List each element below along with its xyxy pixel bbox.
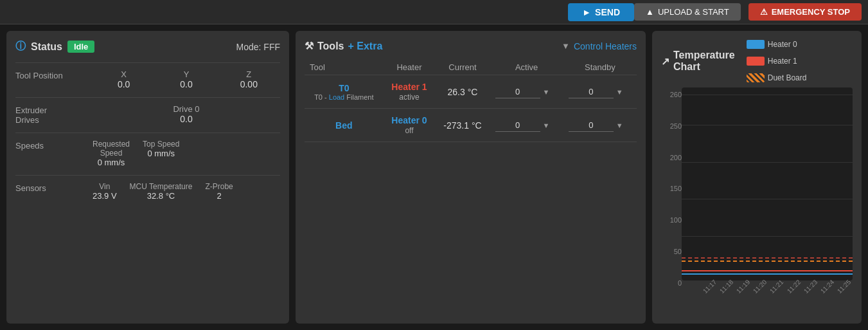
heater-name-1: Heater 0 — [389, 115, 430, 125]
zprobe-value: 2 — [205, 191, 233, 201]
req-speed-value: 0 mm/s — [93, 158, 130, 167]
legend-label-2: Duet Board — [768, 73, 807, 82]
info-icon: ⓘ — [15, 40, 26, 53]
tools-panel: ⚒ Tools + Extra ▼ Control Heaters Tool H… — [296, 31, 646, 324]
y-label-1: 250 — [661, 122, 682, 130]
tools-extra-button[interactable]: + Extra — [348, 41, 382, 52]
standby-input-0[interactable] — [569, 86, 614, 98]
chart-with-yaxis: 260250200150100500 — [661, 87, 853, 290]
chart-background — [682, 87, 853, 280]
standby-cell-1: ▼ — [563, 109, 637, 142]
active-input-1[interactable] — [495, 119, 540, 132]
y-axis-labels: 260250200150100500 — [661, 87, 682, 290]
chart-inner: 11:1711:1811:1911:2011:2111:2211:2311:24… — [682, 87, 853, 290]
z-value: 0.00 — [218, 79, 280, 89]
heater-status-1: off — [405, 126, 413, 135]
control-heaters-button[interactable]: Control Heaters — [574, 41, 637, 51]
extruder-drives-row: Extruder Drives Drive 0 0.0 — [15, 104, 280, 125]
load-filament-link[interactable]: Load — [329, 93, 344, 101]
chart-legend: Heater 0Heater 1Duet Board — [747, 40, 853, 82]
standby-input-1[interactable] — [569, 119, 614, 132]
col-active-header: Active — [490, 60, 563, 75]
wrench-icon: ⚒ — [305, 40, 314, 52]
top-speed-label: Top Speed — [143, 140, 179, 149]
requested-speed-col: RequestedSpeed 0 mm/s — [93, 140, 130, 167]
send-label: SEND — [595, 7, 620, 17]
y-label-2: 200 — [661, 154, 682, 161]
x-label-5: 11:22 — [785, 279, 801, 295]
standby-dropdown-arrow-0[interactable]: ▼ — [616, 88, 623, 96]
chart-panel: ↗ Temperature Chart Heater 0Heater 1Duet… — [652, 31, 862, 324]
send-icon: ► — [582, 7, 591, 17]
xyz-values: 0.0 0.0 0.00 — [93, 79, 280, 89]
col-heater-header: Heater — [384, 60, 436, 75]
send-button[interactable]: ► SEND — [568, 3, 634, 21]
status-header: ⓘ Status Idle Mode: FFF — [15, 40, 280, 53]
top-speed-col: Top Speed 0 mm/s — [143, 140, 179, 167]
vin-label: Vin — [93, 182, 117, 191]
y-value: 0.0 — [155, 79, 217, 89]
x-label-7: 11:24 — [819, 279, 835, 295]
chart-header: ↗ Temperature Chart Heater 0Heater 1Duet… — [661, 40, 853, 82]
legend-color-1 — [747, 57, 765, 66]
active-select-0: ▼ — [495, 86, 558, 98]
tool-row-0: T0 T0 - Load Filament Heater 1 active 26… — [305, 75, 637, 109]
tools-dropdown-arrow[interactable]: ▼ — [562, 41, 570, 51]
tools-header: ⚒ Tools + Extra ▼ Control Heaters — [305, 40, 637, 52]
active-dropdown-arrow-0[interactable]: ▼ — [543, 88, 550, 96]
legend-color-0 — [747, 40, 765, 49]
tool-name-0[interactable]: T0 — [339, 83, 349, 93]
x-label-1: 11:18 — [718, 279, 734, 295]
upload-start-button[interactable]: ▲ UPLOAD & START — [634, 3, 741, 21]
x-label-6: 11:23 — [802, 279, 819, 295]
chart-title-text: Temperature Chart — [673, 50, 735, 73]
speeds-values: RequestedSpeed 0 mm/s Top Speed 0 mm/s — [93, 140, 280, 167]
mcu-temp-label: MCU Temperature — [130, 182, 193, 191]
emergency-stop-button[interactable]: ⚠ EMERGENCY STOP — [748, 3, 862, 21]
chart-icon: ↗ — [661, 55, 669, 68]
y-header: Y — [155, 69, 217, 79]
x-label-8: 11:25 — [836, 279, 852, 295]
req-speed-label: RequestedSpeed — [93, 140, 130, 158]
legend-color-2 — [747, 73, 765, 82]
extruder-drives-label: Extruder Drives — [15, 104, 93, 125]
sensors-values: Vin 23.9 V MCU Temperature 32.8 °C Z-Pro… — [93, 182, 280, 201]
x-header: X — [93, 69, 155, 79]
tools-title-text: Tools — [317, 41, 344, 52]
standby-dropdown-arrow-1[interactable]: ▼ — [616, 122, 623, 129]
xyz-headers: X Y Z — [93, 69, 280, 79]
col-current-header: Current — [435, 60, 490, 75]
main-content: ⓘ Status Idle Mode: FFF Tool Position X … — [0, 24, 868, 330]
z-header: Z — [218, 69, 280, 79]
active-input-0[interactable] — [495, 86, 540, 98]
drive0-value: 0.0 — [93, 114, 280, 124]
y-label-6: 0 — [661, 279, 682, 287]
heater-cell-0: Heater 1 active — [384, 75, 436, 109]
current-temp-1: -273.1 °C — [435, 109, 490, 142]
y-label-5: 50 — [661, 248, 682, 255]
active-cell-1: ▼ — [490, 109, 563, 142]
standby-select-1: ▼ — [569, 119, 632, 132]
mode-label: Mode: FFF — [236, 42, 280, 52]
x-label-2: 11:19 — [735, 279, 751, 295]
upload-label: UPLOAD & START — [658, 7, 729, 17]
current-temp-0: 26.3 °C — [435, 75, 490, 109]
heater-name-0: Heater 1 — [389, 82, 430, 92]
standby-cell-0: ▼ — [563, 75, 637, 109]
status-title-text: Status — [31, 41, 62, 53]
legend-item-0: Heater 0 — [747, 40, 797, 49]
active-select-1: ▼ — [495, 119, 558, 132]
y-label-0: 260 — [661, 91, 682, 98]
y-label-3: 150 — [661, 185, 682, 192]
tool-row-1: Bed Heater 0 off -273.1 °C ▼ ▼ — [305, 109, 637, 142]
standby-select-0: ▼ — [569, 86, 632, 98]
legend-item-1: Heater 1 — [747, 57, 797, 66]
heater-cell-1: Heater 0 off — [384, 109, 436, 142]
active-dropdown-arrow-1[interactable]: ▼ — [543, 122, 550, 129]
x-value: 0.0 — [93, 79, 155, 89]
legend-item-2: Duet Board — [747, 73, 807, 82]
col-tool-header: Tool — [305, 60, 384, 75]
tool-position-values: X Y Z 0.0 0.0 0.00 — [93, 69, 280, 89]
tool-name-1[interactable]: Bed — [335, 120, 352, 131]
x-label-4: 11:21 — [768, 279, 784, 295]
